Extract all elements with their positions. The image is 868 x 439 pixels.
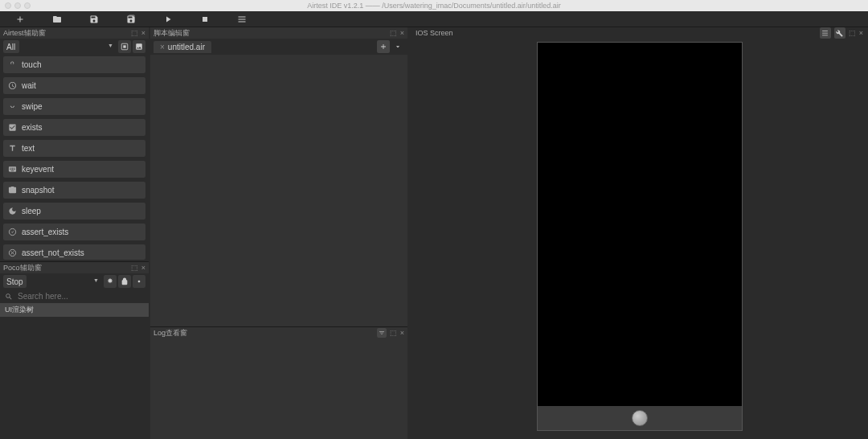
inspect-button[interactable]	[133, 275, 145, 288]
tab-menu-button[interactable]	[391, 40, 404, 53]
device-rotate-button[interactable]	[820, 27, 831, 39]
undock-icon[interactable]: ⬚	[131, 29, 138, 37]
ui-tree-label[interactable]: UI渲染树	[0, 303, 149, 317]
svg-rect-1	[123, 45, 125, 47]
record-button[interactable]	[118, 40, 131, 53]
poco-search-input[interactable]	[18, 292, 144, 301]
log-panel-title: Log查看窗	[154, 328, 187, 338]
cmd-keyevent[interactable]: keyevent	[3, 161, 145, 178]
undock-icon[interactable]: ⬚	[390, 329, 397, 337]
log-panel-header: Log查看窗 ⬚ ×	[150, 327, 407, 338]
poco-mode-dropdown[interactable]: Stop	[3, 275, 27, 288]
cmd-snapshot[interactable]: snapshot	[3, 182, 145, 199]
titlebar: Airtest IDE v1.2.1 —— /Users/watering_im…	[0, 0, 868, 11]
stop-button[interactable]	[186, 11, 223, 27]
commands-list: touch wait swipe exists text keyevent sn…	[0, 55, 149, 261]
save-button[interactable]	[76, 11, 113, 27]
device-frame	[537, 42, 743, 431]
report-button[interactable]	[223, 11, 260, 27]
window-title: Airtest IDE v1.2.1 —— /Users/watering_im…	[307, 2, 561, 10]
device-area	[411, 39, 868, 439]
log-output[interactable]	[150, 338, 407, 439]
device-tools-button[interactable]	[834, 27, 845, 39]
filter-dropdown[interactable]: All	[3, 40, 19, 53]
open-button[interactable]	[39, 11, 76, 27]
freeze-button[interactable]	[104, 275, 117, 288]
undock-icon[interactable]: ⬚	[390, 29, 397, 37]
main-toolbar	[0, 11, 868, 27]
save-all-button[interactable]	[113, 11, 149, 27]
editor-tab[interactable]: × untitled.air	[154, 41, 211, 53]
close-window[interactable]	[5, 2, 11, 9]
add-tab-button[interactable]	[377, 40, 390, 53]
cmd-sleep[interactable]: sleep	[3, 203, 145, 220]
maximize-window[interactable]	[24, 2, 31, 9]
editor-panel-title: 脚本编辑窗	[154, 28, 190, 39]
cmd-touch[interactable]: touch	[3, 56, 145, 73]
device-screen[interactable]	[538, 43, 742, 406]
cmd-swipe[interactable]: swipe	[3, 98, 145, 115]
airtest-panel-header: Airtest辅助窗 ⬚ ×	[0, 27, 149, 39]
close-icon[interactable]: ×	[859, 27, 863, 39]
poco-panel-title: Poco辅助窗	[3, 263, 42, 273]
cmd-text[interactable]: text	[3, 140, 145, 157]
editor-panel-header: 脚本编辑窗 ⬚ ×	[150, 27, 407, 39]
poco-panel-header: Poco辅助窗 ⬚ ×	[0, 262, 149, 273]
cmd-wait[interactable]: wait	[3, 77, 145, 94]
run-button[interactable]	[149, 11, 186, 27]
device-panel-header: IOS Screen ⬚ ×	[411, 27, 868, 39]
airtest-panel-title: Airtest辅助窗	[3, 28, 46, 39]
cmd-assert-exists[interactable]: assert_exists	[3, 224, 145, 240]
lock-button[interactable]	[118, 275, 131, 288]
close-icon[interactable]: ×	[141, 29, 145, 37]
new-button[interactable]	[2, 11, 39, 27]
undock-icon[interactable]: ⬚	[131, 264, 138, 272]
image-editor-button[interactable]	[133, 40, 145, 53]
minimize-window[interactable]	[14, 2, 21, 9]
cmd-exists[interactable]: exists	[3, 119, 145, 136]
search-icon	[5, 293, 13, 301]
close-icon[interactable]: ×	[400, 329, 404, 337]
close-icon[interactable]: ×	[400, 29, 404, 37]
close-icon[interactable]: ×	[141, 264, 145, 272]
code-editor[interactable]	[150, 55, 407, 326]
cmd-assert-not-exists[interactable]: assert_not_exists	[3, 244, 145, 260]
undock-icon[interactable]: ⬚	[849, 27, 856, 39]
log-filter-button[interactable]	[377, 328, 387, 338]
device-panel-title: IOS Screen	[416, 29, 453, 37]
tab-close-icon[interactable]: ×	[160, 43, 165, 51]
device-home-bar	[538, 406, 742, 430]
home-button[interactable]	[632, 410, 648, 426]
window-controls	[5, 2, 31, 9]
